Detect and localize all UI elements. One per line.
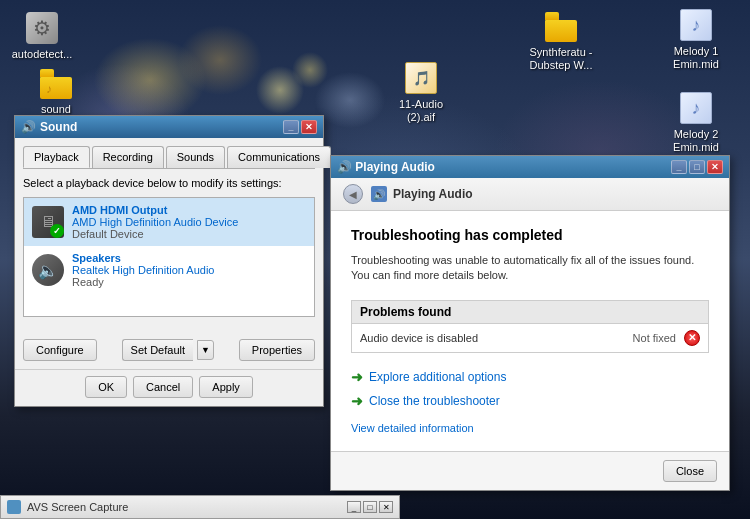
avs-title-text: AVS Screen Capture [27,501,128,513]
problems-found-title: Problems found [351,300,709,323]
troubleshoot-close-button[interactable]: Close [663,460,717,482]
troubleshoot-close-button-title[interactable]: ✕ [707,160,723,174]
properties-button[interactable]: Properties [239,339,315,361]
troubleshoot-links: ➜ Explore additional options ➜ Close the… [351,369,709,409]
avs-close-button[interactable]: ✕ [379,501,393,513]
avs-screen-capture-bar: AVS Screen Capture _ □ ✕ [0,495,400,519]
problem-name-audio-disabled: Audio device is disabled [360,332,633,344]
problems-found-section: Problems found Audio device is disabled … [351,300,709,353]
troubleshoot-dialog: 🔊 Playing Audio _ □ ✕ ◀ 🔊 Playing Audio … [330,155,730,491]
desktop-icon-autodetect[interactable]: ⚙ autodetect... [6,8,78,65]
troubleshoot-title-bar-text: 🔊 Playing Audio [337,160,435,174]
speakers-sub: Realtek High Definition Audio [72,264,214,276]
troubleshoot-titlebar-buttons: _ □ ✕ [671,160,723,174]
troubleshoot-completed-title: Troubleshooting has completed [351,227,709,243]
sound-dialog-title: 🔊 Sound [21,120,77,134]
melody1-label: Melody 1 Emin.mid [664,45,728,71]
melody1-icon: ♪ [680,9,712,41]
set-default-group: Set Default ▼ [122,339,214,361]
desktop-icon-audio-file[interactable]: 🎵 11-Audio (2).aif [385,58,457,128]
desktop: ⚙ autodetect... ♪ sound effects Synthfer… [0,0,750,519]
amd-hdmi-info: AMD HDMI Output AMD High Definition Audi… [72,204,238,240]
troubleshoot-maximize-button[interactable]: □ [689,160,705,174]
troubleshoot-titlebar: 🔊 Playing Audio _ □ ✕ [331,156,729,178]
problems-table: Audio device is disabled Not fixed ✕ [351,323,709,353]
tab-communications[interactable]: Communications [227,146,331,168]
avs-controls: _ □ ✕ [347,501,393,513]
problem-row-audio-disabled: Audio device is disabled Not fixed ✕ [352,324,708,352]
explore-options-link[interactable]: ➜ Explore additional options [351,369,709,385]
device-list: 🖥 ✓ AMD HDMI Output AMD High Definition … [23,197,315,317]
troubleshoot-header-bar: ◀ 🔊 Playing Audio [331,178,729,211]
sound-dialog-titlebar: 🔊 Sound _ ✕ [15,116,323,138]
close-troubleshooter-text[interactable]: Close the troubleshooter [369,394,500,408]
troubleshoot-playing-audio-title: 🔊 Playing Audio [371,186,473,202]
cancel-button[interactable]: Cancel [133,376,193,398]
autodetect-label: autodetect... [12,48,73,61]
sound-dialog-minimize-button[interactable]: _ [283,120,299,134]
melody2-label: Melody 2 Emin.mid [664,128,728,154]
explore-arrow-icon: ➜ [351,369,363,385]
set-default-button[interactable]: Set Default [122,339,193,361]
sound-title-icon: 🔊 [21,120,36,134]
sound-effects-folder-icon: ♪ [40,69,72,99]
configure-button[interactable]: Configure [23,339,97,361]
avs-minimize-button[interactable]: _ [347,501,361,513]
amd-hdmi-sub: AMD High Definition Audio Device [72,216,238,228]
audio-file-label: 11-Audio (2).aif [389,98,453,124]
synthferatu-label: Synthferatu - Dubstep W... [529,46,593,72]
close-arrow-icon: ➜ [351,393,363,409]
troubleshoot-content: Troubleshooting has completed Troublesho… [331,211,729,451]
sound-title-text: Sound [40,120,77,134]
view-detail-link[interactable]: View detailed information [351,422,474,434]
melody2-icon: ♪ [680,92,712,124]
speakers-status: Ready [72,276,214,288]
troubleshoot-titlebar-label: 🔊 Playing Audio [337,160,435,174]
desktop-icon-melody2[interactable]: ♪ Melody 2 Emin.mid [660,88,732,158]
explore-options-text[interactable]: Explore additional options [369,370,506,384]
audio-file-icon: 🎵 [405,62,437,94]
problem-status-not-fixed: Not fixed [633,332,676,344]
ok-button[interactable]: OK [85,376,127,398]
amd-hdmi-status: Default Device [72,228,238,240]
tab-playback[interactable]: Playback [23,146,90,168]
sound-dialog-close-button[interactable]: ✕ [301,120,317,134]
autodetect-icon: ⚙ [26,12,58,44]
sound-dialog-body: Playback Recording Sounds Communications… [15,138,323,333]
amd-hdmi-name: AMD HDMI Output [72,204,238,216]
speaker-device-icon: 🔈 [32,254,64,286]
apply-button[interactable]: Apply [199,376,253,398]
synthferatu-folder-icon [545,12,577,42]
close-troubleshooter-link[interactable]: ➜ Close the troubleshooter [351,393,709,409]
hdmi-device-icon: 🖥 ✓ [32,206,64,238]
sound-dialog-titlebar-buttons: _ ✕ [283,120,317,134]
default-device-checkmark: ✓ [50,224,64,238]
sound-dialog-bottom-buttons: OK Cancel Apply [15,369,323,406]
troubleshoot-description: Troubleshooting was unable to automatica… [351,253,709,284]
troubleshoot-back-button[interactable]: ◀ [343,184,363,204]
troubleshoot-footer: Close [331,451,729,490]
avs-icon [7,500,21,514]
playback-description: Select a playback device below to modify… [23,177,315,189]
speakers-name: Speakers [72,252,214,264]
playing-audio-icon: 🔊 [371,186,387,202]
device-item-amd-hdmi[interactable]: 🖥 ✓ AMD HDMI Output AMD High Definition … [24,198,314,246]
speakers-info: Speakers Realtek High Definition Audio R… [72,252,214,288]
sound-dialog-tabs: Playback Recording Sounds Communications [23,146,315,169]
problem-not-fixed-icon: ✕ [684,330,700,346]
avs-restore-button[interactable]: □ [363,501,377,513]
sound-dialog: 🔊 Sound _ ✕ Playback Recording Sounds [14,115,324,407]
avs-title: AVS Screen Capture [7,500,128,514]
desktop-icon-synthferatu[interactable]: Synthferatu - Dubstep W... [525,8,597,76]
tab-recording[interactable]: Recording [92,146,164,168]
set-default-dropdown[interactable]: ▼ [197,340,214,360]
sound-dialog-footer: Configure Set Default ▼ Properties [15,333,323,369]
device-item-speakers[interactable]: 🔈 Speakers Realtek High Definition Audio… [24,246,314,294]
troubleshoot-minimize-button[interactable]: _ [671,160,687,174]
tab-sounds[interactable]: Sounds [166,146,225,168]
desktop-icon-melody1[interactable]: ♪ Melody 1 Emin.mid [660,5,732,75]
